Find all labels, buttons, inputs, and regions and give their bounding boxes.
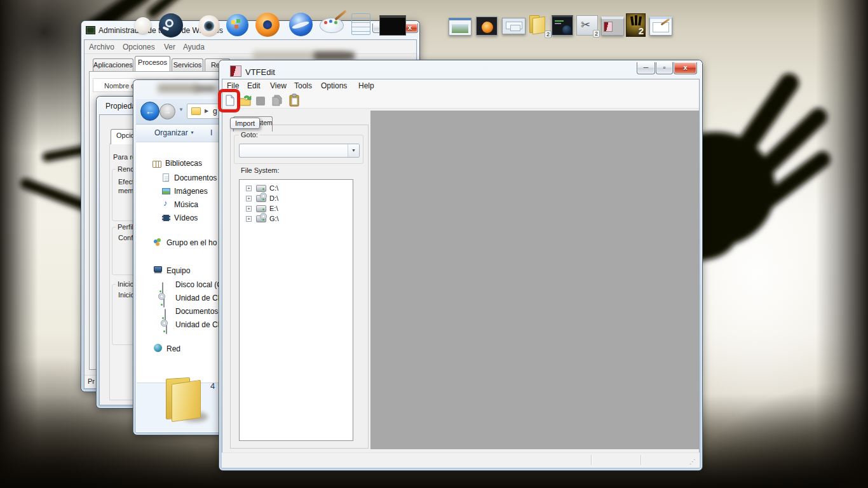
expand-icon[interactable]: + (246, 216, 252, 222)
firefox-window-thumb[interactable] (476, 17, 498, 36)
dock: 2 ✂ 2 2 (0, 0, 868, 51)
goto-combobox[interactable]: ▼ (239, 144, 360, 158)
sidebar-item-unidad-cd-2[interactable]: Unidad de CD (175, 320, 223, 329)
command-prompt-icon[interactable] (379, 15, 406, 36)
details-count: 4 (210, 381, 215, 391)
cd-drive-icon (166, 322, 167, 334)
maximize-icon: ▫ (663, 64, 666, 71)
hdd-drive-icon (256, 185, 266, 192)
cd-drive-icon (256, 195, 266, 202)
drive-label[interactable]: D:\ (269, 194, 278, 202)
desktop: Administrador de tareas de Windows x Arc… (0, 0, 868, 488)
breadcrumb-arrow-icon[interactable]: ▶ (205, 108, 208, 114)
cd-drive-icon (163, 295, 165, 308)
properties-intro: Para re (113, 153, 136, 161)
expand-icon[interactable]: + (246, 186, 252, 191)
steam-console-thumb[interactable] (552, 15, 573, 36)
address-folder-icon (191, 107, 201, 115)
vtfedit-menu-edit[interactable]: Edit (247, 81, 261, 90)
vtfedit-minimize-button[interactable]: ─ (637, 62, 655, 74)
sidebar-item-musica[interactable]: Música (174, 200, 198, 209)
snip-badge: 2 (593, 30, 600, 37)
copy-button-disabled (271, 94, 283, 107)
folder-preview-icon (161, 376, 209, 424)
tree-row-d[interactable]: + D:\ (240, 194, 353, 203)
taskmgr-tab-procesos[interactable]: Procesos (135, 56, 170, 71)
include-label: I (210, 128, 212, 137)
taskmgr-tab-aplicaciones[interactable]: Aplicaciones (93, 58, 133, 71)
taskmgr-tab-servicios[interactable]: Servicios (172, 58, 203, 71)
tree-row-g[interactable]: + G:\ (240, 214, 353, 224)
sidebar-item-documentos[interactable]: Documentos (174, 173, 217, 182)
network-icon (154, 344, 162, 352)
sidebar-item-red[interactable]: Red (166, 344, 180, 353)
paint-palette-icon[interactable] (320, 15, 345, 34)
goto-label: Goto: (239, 131, 260, 139)
vtfedit-menu-view[interactable]: View (270, 81, 287, 90)
properties-line: Inicio (118, 291, 135, 299)
forward-button[interactable]: → (159, 104, 175, 119)
vtfedit-menu-tools[interactable]: Tools (294, 81, 312, 90)
forward-arrow-icon: → (164, 107, 172, 116)
back-button[interactable]: ← (140, 102, 159, 121)
paint-window-thumb[interactable] (649, 17, 672, 36)
vtfedit-title: VTFEdit (245, 67, 275, 77)
statusbar-separator (591, 455, 592, 465)
combobox-dropdown-button[interactable]: ▼ (348, 144, 359, 157)
organize-menu-button[interactable]: Organizar ▼ (154, 128, 194, 137)
paste-button[interactable] (288, 93, 301, 107)
vtfedit-close-button[interactable]: x (674, 62, 697, 74)
censored-text-blur (314, 52, 355, 60)
nav-dropdown-chevron-icon[interactable]: ▼ (179, 107, 184, 112)
vtfedit-menu-help[interactable]: Help (358, 81, 374, 90)
vtfedit-maximize-button[interactable]: ▫ (656, 62, 673, 74)
hdd-drive-icon (256, 205, 266, 212)
sidebar-item-disco-local[interactable]: Disco local (C (175, 280, 222, 289)
resize-grip[interactable]: ⋰ (689, 458, 696, 465)
notepad-icon[interactable] (351, 13, 370, 35)
computer-icon (154, 266, 162, 272)
sidebar-item-equipo[interactable]: Equipo (166, 266, 190, 275)
music-icon: ♪ (163, 200, 168, 207)
save-button-disabled (255, 95, 266, 107)
vtfedit-menu-options[interactable]: Options (321, 81, 347, 90)
eye-icon[interactable] (198, 15, 220, 37)
installer-window-thumb[interactable] (502, 18, 526, 34)
firefox-icon[interactable] (255, 13, 280, 37)
sidebar-item-bibliotecas[interactable]: Bibliotecas (165, 159, 202, 168)
expand-icon[interactable]: + (246, 206, 252, 212)
organize-chevron-icon: ▼ (190, 130, 194, 135)
sidebar-item-imagenes[interactable]: Imágenes (174, 187, 208, 196)
folder-badge: 2 (545, 30, 552, 38)
steam-icon[interactable] (159, 13, 183, 37)
folder-dock-icon[interactable]: 2 (527, 14, 549, 36)
l4d2-number: 2 (639, 25, 644, 36)
scissors-icon: ✂ (581, 18, 590, 32)
address-text[interactable]: g (213, 107, 217, 116)
filesystem-label: File System: (239, 166, 281, 174)
white-orb-icon[interactable] (135, 17, 151, 34)
media-globe-icon[interactable] (226, 14, 248, 36)
expand-icon[interactable]: + (246, 196, 252, 201)
google-earth-icon[interactable] (289, 13, 313, 36)
include-menu-button[interactable]: I (210, 128, 212, 137)
tree-row-e[interactable]: + E:\ (240, 204, 353, 214)
sidebar-item-unidad-cd[interactable]: Unidad de CD (175, 294, 223, 302)
filesystem-tree[interactable]: + C:\ + D:\ + E:\ + G:\ (239, 179, 353, 441)
left4dead2-icon[interactable]: 2 (626, 13, 646, 37)
vtfedit-statusbar (222, 452, 700, 468)
minimize-icon: ─ (644, 64, 649, 71)
pictures-icon (162, 188, 170, 194)
vtfedit-window-thumb[interactable] (601, 17, 624, 36)
sidebar-item-videos[interactable]: Vídeos (174, 214, 198, 222)
tree-row-c[interactable]: + C:\ (240, 184, 353, 193)
sidebar-item-documentos-disk[interactable]: Documentos (175, 307, 218, 316)
snipping-tool-icon[interactable]: ✂ 2 (576, 15, 598, 36)
drive-label[interactable]: C:\ (269, 184, 278, 192)
drive-label[interactable]: G:\ (269, 215, 279, 222)
drive-label[interactable]: E:\ (269, 205, 278, 212)
vtfedit-canvas (370, 111, 699, 449)
desktop-window-thumb[interactable] (449, 18, 471, 36)
cd-drive-icon (256, 215, 266, 222)
sidebar-item-grupo-hogar[interactable]: Grupo en el ho (166, 238, 217, 247)
